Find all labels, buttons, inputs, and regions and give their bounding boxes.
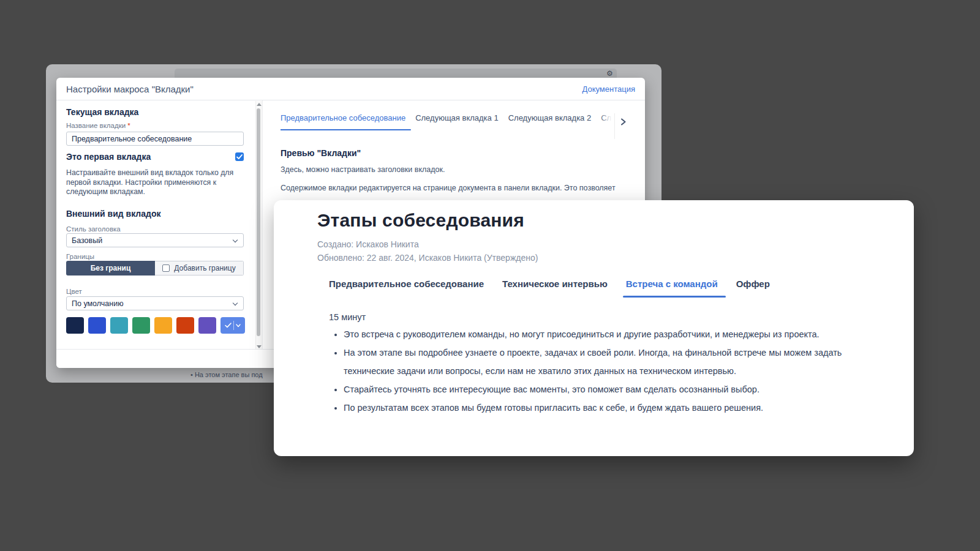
split-divider xyxy=(233,321,234,330)
doc-tab-offer[interactable]: Оффер xyxy=(736,279,770,298)
confirm-color-split-button[interactable] xyxy=(221,317,245,334)
chevron-down-icon xyxy=(236,324,241,328)
check-icon xyxy=(236,154,243,160)
panel-divider xyxy=(262,100,263,349)
chevron-down-icon xyxy=(233,301,238,305)
created-by-text: Создано: Искаков Никита xyxy=(317,239,419,249)
duration-text: 15 минут xyxy=(329,312,366,322)
dialog-header: Настройки макроса "Вкладки" Документация xyxy=(56,78,645,100)
check-icon xyxy=(225,323,232,328)
borders-off-button[interactable]: Без границ xyxy=(66,261,155,276)
borders-label: Границы xyxy=(66,253,94,260)
doc-tab-preliminary[interactable]: Предварительное собеседование xyxy=(329,279,484,298)
bullet-item: По результатам всех этапов мы будем гото… xyxy=(344,399,869,417)
borders-segmented-control: Без границ Добавить границу xyxy=(66,261,244,276)
color-swatch-orange[interactable] xyxy=(154,317,172,334)
doc-tab-technical[interactable]: Техническое интервью xyxy=(502,279,608,298)
settings-scrollbar[interactable] xyxy=(255,101,262,350)
add-border-checkbox[interactable] xyxy=(162,264,170,272)
color-swatch-purple[interactable] xyxy=(198,317,216,334)
tab-overflow-separator xyxy=(614,113,615,139)
scroll-up-arrow-icon[interactable] xyxy=(257,103,262,106)
tab-name-input[interactable] xyxy=(66,132,244,146)
bullet-item: Старайтесь уточнять все интересующие вас… xyxy=(344,380,869,399)
desktop-background: { "back_window": { "doc_snippet": "На эт… xyxy=(0,0,980,551)
stage-bullet-list: Это встреча с руководителем команды, но … xyxy=(330,325,869,417)
header-style-label: Стиль заголовка xyxy=(66,225,121,233)
scroll-down-arrow-icon[interactable] xyxy=(257,345,262,348)
required-asterisk: * xyxy=(127,122,130,129)
tabs-overflow-chevron-right-icon[interactable] xyxy=(620,117,627,128)
section-current-tab: Текущая вкладка xyxy=(66,107,138,117)
scrollbar-thumb[interactable] xyxy=(257,108,260,336)
preview-tab-1[interactable]: Предварительное собеседование xyxy=(281,113,405,130)
gear-icon: ⚙ xyxy=(606,69,613,78)
page-title: Этапы собеседования xyxy=(317,210,524,231)
chevron-down-icon xyxy=(233,238,238,242)
bullet-item: На этом этапе вы подробнее узнаете о про… xyxy=(344,343,869,380)
preview-heading: Превью "Вкладки" xyxy=(281,148,361,158)
documentation-link[interactable]: Документация xyxy=(582,84,636,94)
borders-add-button[interactable]: Добавить границу xyxy=(155,261,244,276)
header-style-select[interactable]: Базовый xyxy=(66,233,244,247)
first-tab-label: Это первая вкладка xyxy=(66,152,151,162)
first-tab-help-text: Настраивайте внешний вид вкладок только … xyxy=(66,168,247,197)
color-swatch-blue[interactable] xyxy=(88,317,106,334)
document-card: Этапы собеседования Создано: Искаков Ник… xyxy=(274,200,914,456)
section-appearance: Внешний вид вкладок xyxy=(66,209,160,219)
tab-overflow-fade xyxy=(599,113,615,141)
preview-text-line2: Содержимое вкладки редактируется на стра… xyxy=(281,184,616,192)
first-tab-checkbox[interactable] xyxy=(235,152,244,161)
preview-tabs-container: Предварительное собеседование Следующая … xyxy=(281,113,615,141)
color-swatch-green[interactable] xyxy=(132,317,150,334)
color-swatch-teal[interactable] xyxy=(110,317,128,334)
preview-text-line1: Здесь, можно настраивать заголовки вклад… xyxy=(281,165,445,174)
color-swatch-row xyxy=(66,317,245,334)
doc-tab-team-meeting[interactable]: Встреча с командой xyxy=(626,279,718,298)
preview-tab-3[interactable]: Следующая вкладка 2 xyxy=(508,113,592,130)
document-tabs: Предварительное собеседование Техническо… xyxy=(329,279,770,298)
color-swatch-navy[interactable] xyxy=(66,317,84,334)
preview-tab-2[interactable]: Следующая вкладка 1 xyxy=(415,113,499,130)
color-select[interactable]: По умолчанию xyxy=(66,296,244,310)
tab-name-label: Название вкладки * xyxy=(66,122,130,129)
bullet-item: Это встреча с руководителем команды, но … xyxy=(344,325,869,343)
color-swatch-red[interactable] xyxy=(176,317,194,334)
updated-by-text: Обновлено: 22 авг. 2024, Искаков Никита … xyxy=(317,253,538,263)
color-label: Цвет xyxy=(66,288,82,295)
dialog-title: Настройки макроса "Вкладки" xyxy=(66,84,194,94)
